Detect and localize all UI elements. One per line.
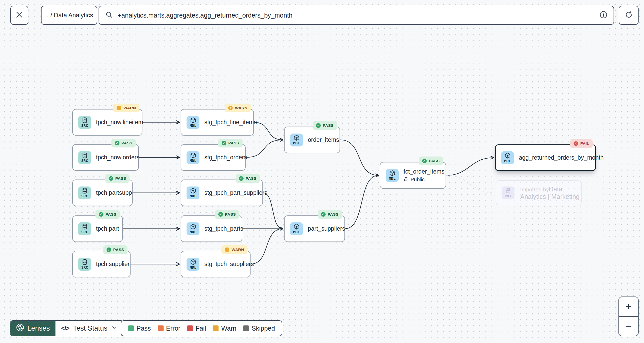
edge-stg_orders-to-order_items: [246, 140, 283, 158]
database-icon: SRC: [78, 151, 91, 164]
status-dot-icon: ✓: [107, 247, 111, 252]
edge-fct_order_items-to-agg_returned: [446, 158, 494, 176]
status-legend: PassErrorFailWarnSkipped: [121, 320, 282, 336]
refresh-icon: [625, 11, 633, 20]
node-label: tpch.part: [96, 225, 119, 232]
status-badge: ✓PASS: [95, 210, 120, 219]
model-icon: MDL: [187, 151, 199, 164]
zoom-in-button[interactable]: +: [619, 297, 638, 316]
legend-swatch: [243, 325, 249, 331]
status-badge: !WARN: [225, 104, 251, 112]
graph-node-stg_tpch_orders[interactable]: MDLstg_tpch_orders✓PASS: [181, 144, 246, 171]
search-input[interactable]: [118, 12, 595, 19]
graph-node-stg_tpch_suppliers[interactable]: MDLstg_tpch_suppliers!WARN: [181, 251, 251, 277]
graph-node-part_suppliers[interactable]: MDLpart_suppliers✓PASS: [284, 215, 345, 242]
status-badge: ✕FAIL: [570, 139, 593, 148]
graph-node-agg_returned_orders_by_month[interactable]: MDLagg_returned_orders_by_month✕FAIL: [495, 144, 596, 171]
status-badge: !WARN: [113, 104, 139, 112]
legend-label: Pass: [136, 325, 151, 332]
refresh-button[interactable]: [619, 6, 639, 25]
node-label: stg_tpch_line_items: [204, 119, 257, 126]
node-label: stg_tpch_parts: [204, 225, 243, 232]
node-kind-tag: MDL: [293, 230, 300, 234]
graph-node-tpch_now.lineitem[interactable]: SRCtpch_now.lineitem!WARN: [72, 109, 142, 136]
legend-swatch: [158, 325, 164, 331]
graph-node-tpch.supplier[interactable]: SRCtpch.supplier✓PASS: [72, 251, 131, 277]
status-dot-icon: ✓: [109, 176, 113, 181]
node-label: tpch.partsupp: [96, 189, 132, 196]
node-label: agg_returned_orders_by_month: [519, 154, 604, 161]
status-dot-icon: ✓: [115, 141, 119, 145]
project-icon: PRJ: [502, 186, 514, 199]
model-icon: MDL: [187, 116, 199, 129]
node-kind-tag: MDL: [293, 141, 300, 145]
info-icon[interactable]: [600, 11, 607, 20]
ghost-node-imported-by[interactable]: PRJImported byData Analytics | Marketing: [496, 180, 582, 205]
unlock-icon: [404, 177, 408, 183]
node-kind-tag: MDL: [190, 194, 196, 198]
node-kind-tag: SRC: [81, 230, 88, 234]
status-dot-icon: ✓: [218, 212, 223, 217]
graph-node-stg_tpch_line_items[interactable]: MDLstg_tpch_line_items!WARN: [181, 109, 254, 136]
status-badge: ✓PASS: [318, 210, 342, 219]
node-label: fct_order_items: [404, 168, 445, 175]
legend-item-fail: Fail: [187, 325, 206, 332]
graph-node-tpch.partsupp[interactable]: SRCtpch.partsupp✓PASS: [72, 180, 133, 206]
node-kind-tag: SRC: [81, 159, 88, 163]
node-kind-tag: SRC: [81, 124, 88, 128]
node-kind-tag: MDL: [504, 159, 511, 163]
lenses-control: Lenses </> Test Status: [10, 320, 124, 336]
lens-dropdown[interactable]: </> Test Status: [55, 321, 123, 336]
breadcrumb-label: .. / Data Analytics: [45, 12, 93, 19]
edge-stg_line_items-to-order_items: [254, 122, 283, 140]
zoom-controls: + −: [618, 297, 639, 336]
edge-fct_order_items-to-imported_by: [446, 175, 494, 193]
status-badge: ✓PASS: [105, 174, 130, 183]
node-label: tpch.supplier: [96, 261, 130, 268]
node-label: stg_tpch_orders: [204, 154, 247, 161]
graph-node-tpch_now.orders[interactable]: SRCtpch_now.orders✓PASS: [72, 144, 139, 171]
status-dot-icon: ✓: [316, 123, 321, 128]
status-badge: ✓PASS: [218, 139, 243, 147]
access-row: Public: [404, 177, 445, 183]
graph-node-stg_tpch_parts[interactable]: MDLstg_tpch_parts✓PASS: [181, 215, 242, 242]
graph-node-fct_order_items[interactable]: MDLfct_order_itemsPublic✓PASS: [380, 162, 446, 189]
status-dot-icon: ✓: [321, 212, 326, 217]
zoom-out-button[interactable]: −: [619, 316, 638, 336]
edge-part_suppliers-to-fct_order_items: [345, 175, 379, 229]
node-label: order_items: [308, 136, 339, 143]
database-icon: SRC: [78, 186, 91, 199]
status-dot-icon: ✓: [99, 212, 103, 217]
legend-label: Fail: [196, 325, 206, 332]
close-button[interactable]: [10, 6, 28, 25]
breadcrumb[interactable]: .. / Data Analytics: [41, 6, 97, 25]
status-badge: ✓PASS: [111, 139, 136, 147]
database-icon: SRC: [78, 116, 91, 129]
legend-item-warn: Warn: [213, 325, 236, 332]
node-label: stg_tpch_part_suppliers: [204, 189, 267, 196]
status-dot-icon: !: [117, 106, 121, 110]
lenses-label: Lenses: [27, 324, 50, 332]
lens-selected-label: Test Status: [73, 324, 108, 332]
model-icon: MDL: [290, 134, 303, 146]
node-kind-tag: MDL: [389, 177, 396, 181]
model-icon: MDL: [187, 258, 199, 271]
node-label: stg_tpch_suppliers: [204, 261, 254, 268]
status-dot-icon: ✓: [239, 176, 244, 181]
database-icon: SRC: [78, 258, 91, 271]
ghost-title: Imported by: [520, 186, 549, 192]
legend-swatch: [213, 325, 219, 331]
node-kind-tag: SRC: [81, 194, 88, 198]
edge-stg_part_suppliers-to-part_suppliers: [263, 193, 283, 229]
legend-label: Warn: [221, 325, 236, 332]
legend-swatch: [128, 325, 134, 331]
lenses-button[interactable]: Lenses: [10, 321, 55, 336]
lineage-canvas: SRCtpch_now.lineitem!WARNSRCtpch_now.ord…: [0, 0, 644, 343]
graph-node-tpch.part[interactable]: SRCtpch.part✓PASS: [72, 215, 123, 242]
graph-node-stg_tpch_part_suppliers[interactable]: MDLstg_tpch_part_suppliers✓PASS: [181, 180, 263, 206]
graph-node-order_items[interactable]: MDLorder_items✓PASS: [284, 127, 340, 153]
edge-stg_suppliers-to-part_suppliers: [251, 229, 283, 264]
node-kind-tag: MDL: [190, 124, 196, 128]
close-icon: [15, 11, 23, 20]
database-icon: SRC: [78, 222, 91, 235]
